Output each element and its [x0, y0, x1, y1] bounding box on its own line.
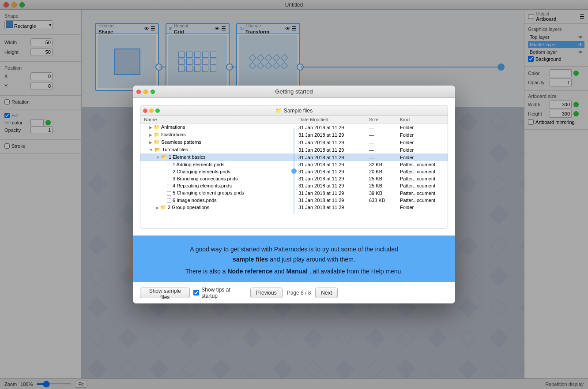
dialog-text-1: A good way to get started with Patternod… [146, 244, 442, 264]
fb-window-title: 📁 Sample files [275, 108, 313, 114]
dialog-description-area: A good way to get started with Patternod… [133, 236, 455, 282]
col-date: Date Modified [298, 117, 369, 122]
dialog-close[interactable] [136, 90, 141, 94]
dialog-maximize[interactable] [151, 90, 155, 94]
node-ref-bold: Node reference [227, 268, 272, 275]
dialog-minimize[interactable] [143, 90, 148, 94]
dialog-traffic-lights [136, 90, 155, 94]
show-tips-label: Show tips at startup [201, 287, 242, 299]
previous-button[interactable]: Previous [250, 288, 283, 298]
fb-maximize[interactable] [155, 108, 160, 113]
col-size: Size [369, 117, 400, 122]
manual-bold: Manual [286, 268, 308, 275]
fb-minimize[interactable] [149, 108, 154, 113]
show-sample-files-button[interactable]: Show sample files [140, 288, 190, 298]
page-info: Page 8 / 8 [287, 290, 311, 296]
footer-left: Show sample files Show tips at startup [140, 287, 243, 299]
dialog-overlay: Getting started 📁 Sample files Name Date… [0, 0, 588, 389]
show-tips-row: Show tips at startup [193, 287, 242, 299]
sample-files-bold: sample files [233, 256, 268, 263]
fb-close[interactable] [143, 108, 147, 113]
footer-center: Previous Page 8 / 8 Next [243, 288, 346, 298]
file-list: ▶📁Animations 31 Jan 2018 at 11:29—Folder… [140, 123, 448, 218]
fb-title-bar: 📁 Sample files [140, 105, 448, 116]
dialog-title: Getting started [275, 88, 313, 95]
dialog-footer: Show sample files Show tips at startup P… [133, 282, 455, 303]
show-tips-checkbox[interactable] [193, 290, 199, 295]
fb-headers: Name Date Modified Size Kind [140, 116, 448, 123]
col-kind: Kind [400, 117, 444, 122]
col-name: Name [144, 117, 298, 122]
dialog-text-2: There is also a Node reference and Manua… [146, 268, 442, 275]
getting-started-dialog: Getting started 📁 Sample files Name Date… [133, 86, 455, 303]
scroll-handle[interactable] [291, 168, 297, 174]
dialog-title-bar: Getting started [133, 86, 455, 98]
fb-folder-icon: 📁 [275, 108, 282, 114]
fb-traffic [143, 108, 160, 113]
next-button[interactable]: Next [315, 288, 338, 298]
file-browser: 📁 Sample files Name Date Modified Size K… [140, 105, 448, 228]
